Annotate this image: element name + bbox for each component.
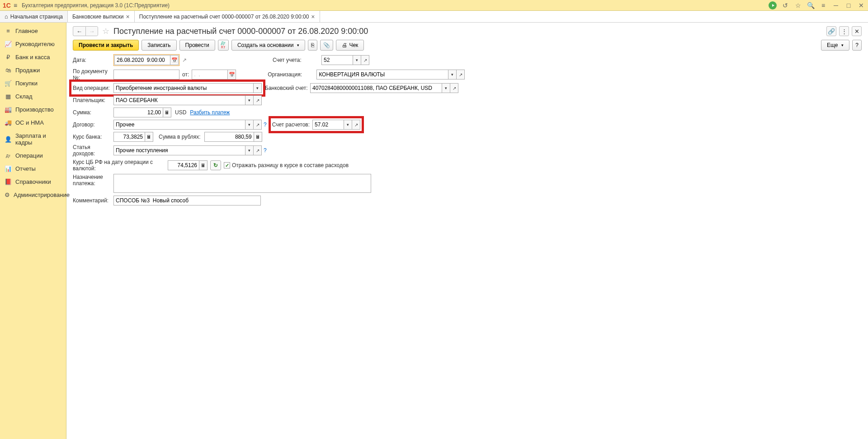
attach-button[interactable]: 📎 — [320, 40, 333, 51]
sidebar-item-main[interactable]: ≡Главное — [0, 24, 66, 37]
tab-label: Поступление на расчетный счет 0000-00000… — [139, 14, 309, 20]
comment-input[interactable] — [113, 196, 261, 205]
refresh-rate-button[interactable]: ↻ — [210, 160, 221, 170]
sidebar-item-warehouse[interactable]: ▦Склад — [0, 90, 66, 103]
payment-purpose-textarea[interactable] — [113, 174, 371, 193]
bank-rate-input[interactable] — [113, 132, 145, 142]
sidebar-item-assets[interactable]: 🚚ОС и НМА — [0, 116, 66, 129]
calculator-icon[interactable] — [254, 132, 262, 142]
calendar-icon[interactable] — [228, 70, 236, 79]
open-icon[interactable] — [254, 120, 262, 130]
help-button[interactable]: ? — [852, 40, 862, 51]
sidebar-item-payroll[interactable]: 👤Зарплата и кадры — [0, 129, 66, 149]
dropdown-icon[interactable] — [442, 83, 450, 93]
dropdown-icon[interactable] — [353, 55, 361, 65]
favorite-icon[interactable]: ☆ — [794, 1, 802, 9]
calculator-icon[interactable] — [145, 132, 153, 142]
help-icon[interactable]: ? — [264, 147, 267, 154]
open-icon[interactable] — [457, 70, 465, 79]
sidebar-label: Производство — [15, 106, 54, 113]
calendar-icon[interactable] — [170, 55, 179, 65]
dropdown-icon[interactable] — [245, 95, 254, 105]
home-icon: ⌂ — [5, 13, 8, 20]
toolbar: Провести и закрыть Записать Провести ДтК… — [66, 39, 868, 54]
close-window-icon[interactable]: ✕ — [857, 1, 865, 9]
nav-back-button[interactable]: ← — [73, 26, 85, 36]
dropdown-icon[interactable] — [448, 70, 457, 79]
tab-document[interactable]: Поступление на расчетный счет 0000-00000… — [135, 11, 320, 22]
create-based-on-button[interactable]: Создать на основании — [231, 40, 306, 51]
label-from: от: — [182, 71, 189, 78]
sidebar-item-bank[interactable]: ₽Банк и касса — [0, 51, 66, 64]
label-contract: Договор: — [73, 121, 113, 128]
calculator-icon[interactable] — [163, 107, 171, 117]
calculator-icon[interactable] — [199, 160, 208, 170]
close-icon[interactable]: ✕ — [852, 26, 862, 36]
sidebar-item-production[interactable]: 🏭Производство — [0, 103, 66, 116]
minimize-icon[interactable]: ─ — [832, 1, 840, 9]
income-item-input[interactable] — [113, 145, 245, 155]
from-date-input[interactable] — [192, 70, 228, 79]
org-input[interactable] — [316, 70, 448, 79]
dropdown-icon[interactable] — [245, 145, 254, 155]
sidebar-item-sales[interactable]: 🛍Продажи — [0, 64, 66, 77]
sidebar-item-purchases[interactable]: 🛒Покупки — [0, 77, 66, 90]
tab-close-icon[interactable]: × — [311, 13, 315, 20]
dropdown-icon[interactable] — [254, 83, 262, 93]
dropdown-icon[interactable] — [344, 120, 352, 130]
more-button[interactable]: Еще — [821, 40, 849, 51]
tab-close-icon[interactable]: × — [126, 13, 130, 20]
save-button[interactable]: Записать — [142, 40, 176, 51]
favorite-star-icon[interactable]: ☆ — [101, 26, 111, 36]
link-icon[interactable]: 🔗 — [826, 26, 836, 36]
date-input[interactable] — [114, 55, 170, 65]
amount-rub-input[interactable] — [204, 132, 254, 142]
person-icon: 👤 — [5, 136, 12, 143]
bank-account-input[interactable] — [310, 83, 442, 93]
show-postings-button[interactable]: ДтКт — [218, 40, 229, 51]
account-input[interactable] — [321, 55, 353, 65]
tab-home[interactable]: ⌂ Начальная страница — [0, 11, 68, 22]
sidebar-item-manager[interactable]: 📈Руководителю — [0, 37, 66, 51]
sidebar-label: Руководителю — [15, 41, 55, 47]
post-and-close-button[interactable]: Провести и закрыть — [73, 40, 139, 51]
split-payment-link[interactable]: Разбить платеж — [190, 109, 230, 116]
label-income-item: Статья доходов: — [73, 144, 113, 157]
optype-input[interactable] — [113, 83, 254, 93]
nav-forward-button[interactable]: → — [85, 26, 98, 36]
cb-rate-input[interactable] — [168, 160, 199, 170]
post-button[interactable]: Провести — [179, 40, 215, 51]
tab-bank-statements[interactable]: Банковские выписки × — [68, 11, 135, 22]
open-icon[interactable] — [361, 55, 369, 65]
structure-button[interactable]: ⎘ — [308, 40, 317, 51]
maximize-icon[interactable]: □ — [844, 1, 853, 9]
open-icon[interactable] — [352, 120, 360, 130]
main-menu-icon[interactable]: ≡ — [14, 2, 17, 9]
dropdown-icon[interactable] — [245, 120, 254, 130]
docnum-input[interactable] — [113, 70, 179, 79]
payer-input[interactable] — [113, 95, 245, 105]
settings-icon[interactable]: ≡ — [819, 1, 827, 9]
external-link-icon[interactable]: ↗ — [182, 57, 187, 63]
search-icon[interactable]: 🔍 — [807, 1, 815, 9]
sidebar-item-admin[interactable]: ⚙Администрирование — [0, 188, 66, 201]
reflect-diff-checkbox[interactable]: ✓ — [224, 162, 230, 168]
label-amount: Сумма: — [73, 109, 113, 116]
more-vertical-icon[interactable]: ⋮ — [839, 26, 849, 36]
open-icon[interactable] — [254, 95, 262, 105]
label-optype: Вид операции: — [73, 85, 113, 91]
open-icon[interactable] — [450, 83, 458, 93]
notification-icon[interactable] — [769, 1, 777, 9]
open-icon[interactable] — [254, 145, 262, 155]
sidebar-item-reports[interactable]: 📊Отчеты — [0, 162, 66, 175]
settlement-account-input[interactable] — [312, 120, 344, 130]
label-amount-rub: Сумма в рублях: — [159, 134, 201, 140]
history-icon[interactable]: ↺ — [781, 1, 789, 9]
help-icon[interactable]: ? — [264, 121, 267, 128]
contract-input[interactable] — [113, 120, 245, 130]
logo-1c: 1C — [3, 2, 11, 9]
receipt-button[interactable]: 🖨 Чек — [336, 40, 364, 51]
amount-input[interactable] — [113, 107, 163, 117]
sidebar-item-catalogs[interactable]: 📕Справочники — [0, 175, 66, 188]
sidebar-item-operations[interactable]: ДтОперации — [0, 149, 66, 162]
